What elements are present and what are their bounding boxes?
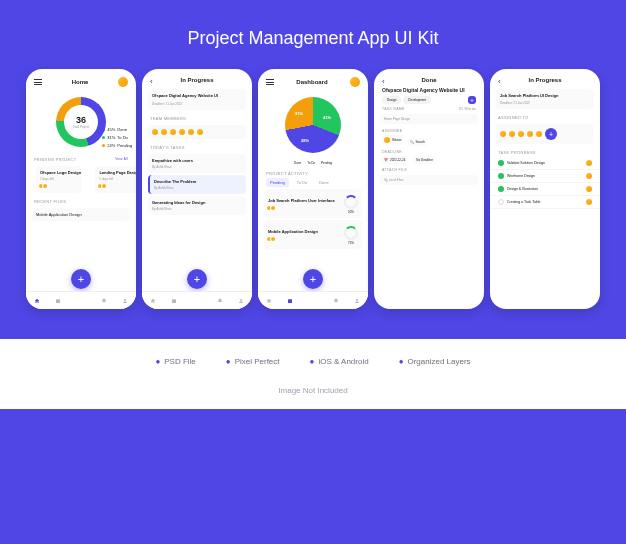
nav-bell-icon[interactable] bbox=[101, 298, 107, 304]
label-deadline: DEADLINE bbox=[374, 147, 484, 155]
nav-bell-icon[interactable] bbox=[333, 298, 339, 304]
nav-home-icon[interactable] bbox=[150, 298, 156, 304]
dashboard-pie: 31% 41% 28% bbox=[285, 97, 341, 153]
task-card[interactable]: Describe The ProblemBy Ashik Khan bbox=[148, 175, 246, 194]
back-icon[interactable] bbox=[498, 77, 506, 83]
page-title: Project Management App UI Kit bbox=[0, 0, 626, 69]
file-card[interactable]: Mobile Application Design bbox=[32, 208, 130, 221]
phone-showcase: Home 36Total Project 45% Done 31% To Do … bbox=[0, 69, 626, 309]
feature-item: ●Pixel Perfect bbox=[226, 357, 280, 366]
nav-calendar-icon[interactable] bbox=[171, 298, 177, 304]
nav-home-icon[interactable] bbox=[266, 298, 272, 304]
bottom-nav bbox=[26, 291, 136, 309]
label-taskname: TASK NAME bbox=[382, 107, 405, 111]
chart-legend: 45% Done 31% To Do 24% Pending bbox=[102, 127, 132, 151]
section-progress: TASK PROGRESS bbox=[498, 150, 536, 155]
menu-icon[interactable] bbox=[34, 79, 42, 85]
section-assigned: ASSIGNED TO bbox=[498, 115, 529, 120]
assignee-chip[interactable]: Gibson bbox=[381, 135, 405, 145]
svg-rect-2 bbox=[172, 299, 176, 303]
svg-point-1 bbox=[124, 299, 126, 301]
word-count: 31 Words bbox=[459, 107, 476, 111]
section-pending: PENDING PROJECT bbox=[34, 157, 77, 162]
section-members: TEAM MEMBERS bbox=[150, 116, 186, 121]
total-label: Total Project bbox=[73, 125, 90, 129]
task-row[interactable]: Design & Illustration bbox=[490, 183, 600, 196]
add-member-button[interactable]: + bbox=[545, 128, 557, 140]
screen-home: Home 36Total Project 45% Done 31% To Do … bbox=[26, 69, 136, 309]
assigned-row: + bbox=[496, 124, 594, 144]
avatar[interactable] bbox=[118, 77, 128, 87]
footer: ●PSD File ●Pixel Perfect ●iOS & Android … bbox=[0, 339, 626, 409]
members-row bbox=[148, 125, 246, 139]
no-deadline-chip[interactable]: No Deadline bbox=[413, 156, 436, 164]
legend-item: Done bbox=[294, 161, 301, 165]
tab-done[interactable]: Done bbox=[315, 178, 333, 187]
screen-in-progress: In Progress Ofspace Digital Agency Websi… bbox=[142, 69, 252, 309]
fab-add[interactable]: + bbox=[187, 269, 207, 289]
screen-title: In Progress bbox=[528, 77, 561, 83]
tag-pill[interactable]: Development bbox=[403, 96, 431, 104]
add-tag-button[interactable]: + bbox=[468, 96, 476, 104]
menu-icon[interactable] bbox=[266, 79, 274, 85]
project-title: Ofspace Digital Agency Website UI bbox=[382, 87, 476, 93]
tag-pill[interactable]: Design bbox=[382, 96, 401, 104]
project-header-card[interactable]: Job Search Platform UI Design Deadline: … bbox=[496, 89, 594, 109]
label-attach: ATTACH FILE bbox=[374, 165, 484, 173]
nav-profile-icon[interactable] bbox=[238, 298, 244, 304]
task-card[interactable]: Generating Ideas for DesignBy Ashik Khan bbox=[148, 196, 246, 215]
search-chip[interactable]: 🔍 Search bbox=[407, 138, 429, 146]
svg-rect-4 bbox=[288, 299, 292, 303]
section-recent: RECENT FILES bbox=[34, 199, 66, 204]
nav-home-icon[interactable] bbox=[34, 298, 40, 304]
total-count: 36 bbox=[73, 115, 90, 125]
screen-dashboard: Dashboard 31% 41% 28% Done To Do Pending… bbox=[258, 69, 368, 309]
nav-profile-icon[interactable] bbox=[354, 298, 360, 304]
project-card[interactable]: Landing Page Design5 days left bbox=[95, 166, 136, 193]
task-card[interactable]: Empathize with usersBy Ashik Khan bbox=[148, 154, 246, 173]
attach-input[interactable]: 📎 Local Files bbox=[380, 175, 478, 185]
task-name-input[interactable]: Home Page Design bbox=[380, 114, 478, 124]
screen-title: Home bbox=[72, 79, 89, 85]
task-row[interactable]: Validate Solution Design bbox=[490, 157, 600, 170]
legend-item: To Do bbox=[307, 161, 315, 165]
nav-bell-icon[interactable] bbox=[217, 298, 223, 304]
project-header-card[interactable]: Ofspace Digital Agency Website UI Deadli… bbox=[148, 89, 246, 110]
deadline-chip[interactable]: 📅 2022-12-24 bbox=[381, 156, 408, 164]
avatar[interactable] bbox=[350, 77, 360, 87]
section-activity: PROJECT ACTIVITY bbox=[266, 171, 308, 176]
activity-card[interactable]: Mobile Application Design75% bbox=[264, 220, 362, 249]
fab-add[interactable]: + bbox=[303, 269, 323, 289]
activity-card[interactable]: Job Search Platform User Interface50% bbox=[264, 189, 362, 218]
task-row[interactable]: Creating a Task Table bbox=[490, 196, 600, 209]
feature-item: ●PSD File bbox=[155, 357, 195, 366]
nav-calendar-icon[interactable] bbox=[287, 298, 293, 304]
screen-done: Done Ofspace Digital Agency Website UI D… bbox=[374, 69, 484, 309]
tab-pending[interactable]: Pending bbox=[266, 178, 289, 187]
task-row[interactable]: Wireframe Design bbox=[490, 170, 600, 183]
back-icon[interactable] bbox=[150, 77, 158, 83]
screen-title: In Progress bbox=[180, 77, 213, 83]
back-icon[interactable] bbox=[382, 77, 390, 83]
section-todays-tasks: TODAY'S TASKS bbox=[150, 145, 185, 150]
screen-title: Done bbox=[422, 77, 437, 83]
screen-title: Dashboard bbox=[296, 79, 327, 85]
disclaimer-text: Image Not Included bbox=[0, 386, 626, 395]
feature-item: ●Organized Layers bbox=[399, 357, 471, 366]
svg-point-3 bbox=[240, 299, 242, 301]
feature-item: ●iOS & Android bbox=[310, 357, 369, 366]
svg-rect-0 bbox=[56, 299, 60, 303]
fab-add[interactable]: + bbox=[71, 269, 91, 289]
nav-calendar-icon[interactable] bbox=[55, 298, 61, 304]
project-card[interactable]: Ofspace Logo Design2 days left bbox=[36, 166, 82, 193]
screen-progress-detail: In Progress Job Search Platform UI Desig… bbox=[490, 69, 600, 309]
svg-point-5 bbox=[356, 299, 358, 301]
label-assignee: ASSIGNEE bbox=[374, 126, 484, 134]
progress-donut: 36Total Project bbox=[56, 97, 106, 147]
view-all-link[interactable]: View All bbox=[115, 157, 128, 162]
tab-todo[interactable]: To Do bbox=[293, 178, 311, 187]
nav-profile-icon[interactable] bbox=[122, 298, 128, 304]
legend-item: Pending bbox=[321, 161, 332, 165]
